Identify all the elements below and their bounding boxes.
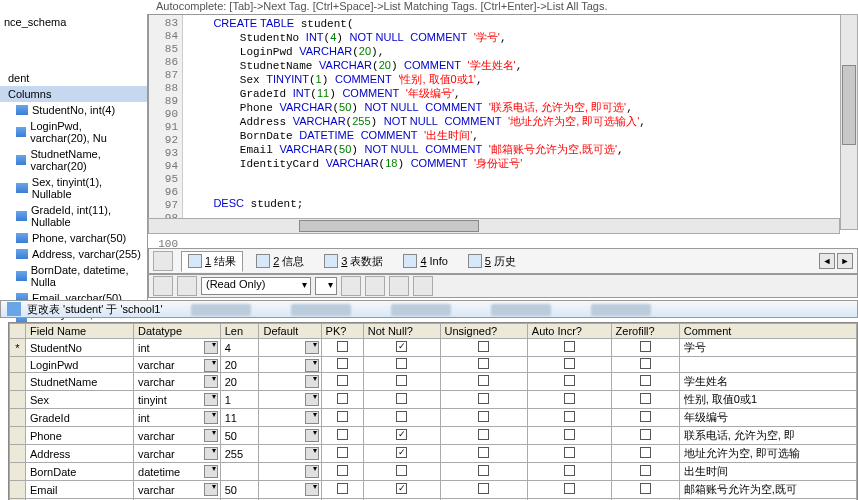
grid-header[interactable]: Field Name [26,324,134,339]
tree-column[interactable]: StudentNo, int(4) [0,102,147,118]
checkbox[interactable] [640,429,651,440]
cell-un[interactable] [440,445,527,463]
checkbox[interactable] [478,465,489,476]
cell-len[interactable]: 1 [220,391,259,409]
tree-columns-node[interactable]: Columns [0,86,147,102]
cell-fieldname[interactable]: StudentNo [26,339,134,357]
cell-zf[interactable] [611,427,679,445]
tb-btn-6[interactable] [413,276,433,296]
cell-nn[interactable] [363,463,440,481]
cell-nn[interactable] [363,427,440,445]
cell-nn[interactable] [363,339,440,357]
cell-len[interactable] [220,463,259,481]
cell-ai[interactable] [527,339,611,357]
cell-zf[interactable] [611,373,679,391]
cell-zf[interactable] [611,339,679,357]
checkbox[interactable] [478,411,489,422]
checkbox[interactable] [396,375,407,386]
cell-zf[interactable] [611,463,679,481]
cell-pk[interactable] [321,427,363,445]
cell-len[interactable]: 50 [220,481,259,499]
cell-pk[interactable] [321,445,363,463]
cell-fieldname[interactable]: Email [26,481,134,499]
cell-default[interactable] [259,373,321,391]
tab-nav-next[interactable]: ► [837,253,853,269]
cell-fieldname[interactable]: LoginPwd [26,357,134,373]
cell-comment[interactable]: 邮箱账号允许为空,既可 [679,481,856,499]
checkbox[interactable] [564,341,575,352]
cell-fieldname[interactable]: Sex [26,391,134,409]
cell-ai[interactable] [527,409,611,427]
checkbox[interactable] [337,411,348,422]
cell-fieldname[interactable]: Address [26,445,134,463]
row-handle[interactable] [10,409,26,427]
cell-default[interactable] [259,463,321,481]
checkbox[interactable] [640,393,651,404]
checkbox[interactable] [640,375,651,386]
row-handle[interactable] [10,373,26,391]
checkbox[interactable] [640,483,651,494]
row-handle[interactable] [10,427,26,445]
cell-datatype[interactable]: datetime [134,463,221,481]
row-handle[interactable] [10,445,26,463]
checkbox[interactable] [640,341,651,352]
checkbox[interactable] [564,393,575,404]
tb-btn-1[interactable] [153,276,173,296]
cell-default[interactable] [259,357,321,373]
cell-pk[interactable] [321,481,363,499]
cell-un[interactable] [440,357,527,373]
checkbox[interactable] [396,341,407,352]
checkbox[interactable] [396,465,407,476]
cell-zf[interactable] [611,481,679,499]
cell-comment[interactable]: 学生姓名 [679,373,856,391]
grid-header[interactable]: Not Null? [363,324,440,339]
checkbox[interactable] [337,341,348,352]
cell-ai[interactable] [527,481,611,499]
cell-pk[interactable] [321,373,363,391]
checkbox[interactable] [337,358,348,369]
cell-len[interactable]: 20 [220,373,259,391]
cell-datatype[interactable]: varchar [134,357,221,373]
checkbox[interactable] [564,429,575,440]
cell-ai[interactable] [527,445,611,463]
cell-ai[interactable] [527,373,611,391]
cell-fieldname[interactable]: Phone [26,427,134,445]
cell-nn[interactable] [363,373,440,391]
cell-ai[interactable] [527,391,611,409]
tab-表数据[interactable]: 3 表数据 [317,251,390,272]
cell-pk[interactable] [321,391,363,409]
tab-nav-prev[interactable]: ◄ [819,253,835,269]
cell-datatype[interactable]: varchar [134,445,221,463]
row-handle[interactable] [10,391,26,409]
cell-un[interactable] [440,391,527,409]
cell-pk[interactable] [321,339,363,357]
tree-column[interactable]: BornDate, datetime, Nulla [0,262,147,290]
checkbox[interactable] [478,341,489,352]
grid-header[interactable]: Len [220,324,259,339]
cell-default[interactable] [259,427,321,445]
cell-datatype[interactable]: tinyint [134,391,221,409]
grid-header[interactable]: Auto Incr? [527,324,611,339]
cell-default[interactable] [259,339,321,357]
cell-len[interactable]: 20 [220,357,259,373]
checkbox[interactable] [564,358,575,369]
checkbox[interactable] [564,411,575,422]
cell-pk[interactable] [321,463,363,481]
cell-un[interactable] [440,427,527,445]
checkbox[interactable] [478,429,489,440]
tree-schema[interactable]: nce_schema [0,14,147,30]
cell-len[interactable]: 11 [220,409,259,427]
cell-nn[interactable] [363,481,440,499]
cell-nn[interactable] [363,409,440,427]
cell-un[interactable] [440,409,527,427]
checkbox[interactable] [640,358,651,369]
tb-btn-4[interactable] [365,276,385,296]
checkbox[interactable] [564,375,575,386]
tab-结果[interactable]: 1 结果 [181,251,243,272]
cell-fieldname[interactable]: BornDate [26,463,134,481]
vscroll-thumb[interactable] [842,65,856,145]
grid-header[interactable]: Datatype [134,324,221,339]
tree-column[interactable]: Address, varchar(255) [0,246,147,262]
row-handle[interactable] [10,463,26,481]
tb-btn-3[interactable] [341,276,361,296]
